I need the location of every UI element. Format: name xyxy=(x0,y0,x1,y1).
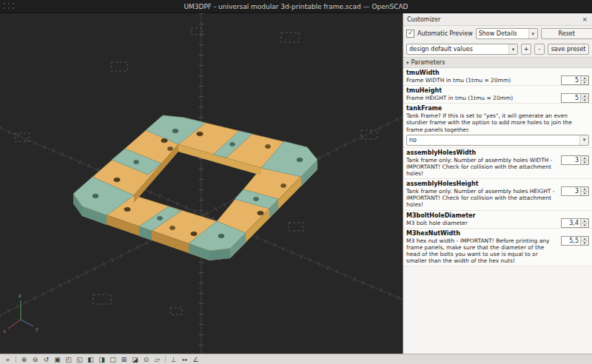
spin-arrows: ▴ ▾ xyxy=(580,94,588,102)
diagonal-view-icon[interactable]: ◪ xyxy=(130,355,141,364)
param-name: tankFrame xyxy=(406,105,589,112)
grid-rulers xyxy=(0,13,403,354)
measure-angle-icon[interactable]: ∠ xyxy=(190,355,201,364)
customizer-title: Customizer xyxy=(407,16,440,23)
param-M3hexNutWidth: M3hexNutWidth M3 hex nut width - IMPORTA… xyxy=(403,229,592,267)
back-view-icon[interactable]: ⊞ xyxy=(118,355,130,364)
spin-value: 3 xyxy=(562,187,580,195)
param-description: Tank Frame? If this is set to "yes", it … xyxy=(406,112,589,132)
customizer-panel: Customizer × ✓ Automatic Preview Show De… xyxy=(403,13,592,354)
zoom-out-icon[interactable]: ⊖ xyxy=(30,355,41,364)
show-details-value: Show Details xyxy=(479,30,517,37)
x-axis-label: x xyxy=(3,328,6,334)
spin-value: 3,4 xyxy=(562,219,580,227)
add-preset-label: + xyxy=(524,46,529,53)
frame-model xyxy=(73,115,317,260)
z-axis-label: z xyxy=(18,293,21,299)
expand-toolbar-icon[interactable]: » xyxy=(2,355,13,364)
spin-arrows: ▴ ▾ xyxy=(580,187,588,195)
M3boltHoleDiameter-spinbox[interactable]: 3,4 ▴ ▾ xyxy=(561,218,589,228)
parameters-list: tmuWidth Frame WIDTH in tmu (1tmu = 20mm… xyxy=(403,68,592,354)
spin-arrows: ▴ ▾ xyxy=(580,237,588,245)
front-view-icon[interactable]: □ xyxy=(107,355,118,364)
parameters-group-header[interactable]: ▾ Parameters xyxy=(403,57,592,68)
param-description: M3 bolt hole diameter xyxy=(406,220,556,226)
M3hexNutWidth-spinbox[interactable]: 5,5 ▴ ▾ xyxy=(561,236,589,246)
reset-button[interactable]: Reset xyxy=(541,28,592,39)
tmuWidth-spinbox[interactable]: 5 ▴ ▾ xyxy=(561,75,589,85)
measure-distance-icon[interactable]: ↔ xyxy=(179,355,190,364)
param-description: M3 hex nut width - IMPORTANT! Before pri… xyxy=(406,237,556,265)
left-view-icon[interactable]: ◧ xyxy=(85,355,96,364)
reset-label: Reset xyxy=(559,30,575,37)
preset-dropdown[interactable]: design default values ▾ xyxy=(406,44,518,55)
titlebar: UM3DPF - universal modular 3d-printable … xyxy=(0,0,592,13)
spin-value: 5 xyxy=(562,94,580,102)
orthogonal-view-icon[interactable]: ⊥ xyxy=(168,355,179,364)
tankFrame-dropdown[interactable]: no ▾ xyxy=(406,135,589,146)
param-description: Frame HEIGHT in tmu (1tmu = 20mm) xyxy=(406,95,556,101)
spin-down-icon[interactable]: ▾ xyxy=(581,81,588,84)
tmuHeight-spinbox[interactable]: 5 ▴ ▾ xyxy=(561,93,589,103)
add-preset-button[interactable]: + xyxy=(521,44,531,55)
automatic-preview-label: Automatic Preview xyxy=(417,30,473,37)
param-tmuHeight: tmuHeight Frame HEIGHT in tmu (1tmu = 20… xyxy=(403,86,592,104)
spin-down-icon[interactable]: ▾ xyxy=(581,98,588,102)
parameters-header-label: Parameters xyxy=(411,59,445,66)
spin-down-icon[interactable]: ▾ xyxy=(581,223,588,227)
chevron-down-icon: ▾ xyxy=(579,135,588,145)
zoom-in-icon[interactable]: ⊕ xyxy=(18,355,30,364)
chevron-down-icon: ▾ xyxy=(508,44,517,54)
center-view-icon[interactable]: ⊙ xyxy=(141,355,152,364)
param-tankFrame: tankFrame Tank Frame? If this is set to … xyxy=(403,104,592,147)
spin-arrows: ▴ ▾ xyxy=(580,76,588,84)
right-view-icon[interactable]: ◨ xyxy=(96,355,107,364)
preset-row: design default values ▾ + - save preset xyxy=(403,41,592,57)
toolbar-separator xyxy=(165,356,166,363)
titlebar-dots-icon xyxy=(4,3,16,10)
spin-down-icon[interactable]: ▾ xyxy=(581,161,588,164)
toolbar-separator xyxy=(16,356,16,363)
dropdown-value: no xyxy=(409,137,417,144)
param-tmuWidth: tmuWidth Frame WIDTH in tmu (1tmu = 20mm… xyxy=(403,68,592,86)
view-all-icon[interactable]: ▣ xyxy=(52,355,63,364)
close-icon[interactable]: × xyxy=(581,16,588,23)
assemblyHolesWidth-spinbox[interactable]: 3 ▴ ▾ xyxy=(561,155,589,165)
param-description: Tank frame only: Number of assembly hole… xyxy=(406,157,556,177)
top-view-icon[interactable]: ◰ xyxy=(63,355,74,364)
chevron-down-icon: ▾ xyxy=(528,29,537,38)
preset-value: design default values xyxy=(409,46,473,53)
view-toolbar: » ⊕ ⊖ ↺ ▣ ◰ ◱ ◧ ◨ □ ⊞ ◪ ⊙ ▱ ⊥ ↔ ∠ xyxy=(0,354,592,364)
param-assemblyHolesWidth: assemblyHolesWidth Tank frame only: Numb… xyxy=(403,148,592,179)
customizer-controls-row: ✓ Automatic Preview Show Details ▾ Reset xyxy=(403,26,592,41)
param-description: Tank frame only: Number of assembly hole… xyxy=(406,188,556,208)
param-M3boltHoleDiameter: M3boltHoleDiameter M3 bolt hole diameter… xyxy=(403,211,592,229)
param-assemblyHolesHeight: assemblyHolesHeight Tank frame only: Num… xyxy=(403,179,592,210)
remove-preset-label: - xyxy=(539,46,541,53)
show-details-dropdown[interactable]: Show Details ▾ xyxy=(476,28,538,39)
save-preset-label: save preset xyxy=(551,46,586,53)
spin-down-icon[interactable]: ▾ xyxy=(581,241,588,245)
save-preset-button[interactable]: save preset xyxy=(548,44,589,55)
spin-arrows: ▴ ▾ xyxy=(580,156,588,164)
window-title: UM3DPF - universal modular 3d-printable … xyxy=(184,3,408,10)
check-icon: ✓ xyxy=(408,30,413,36)
y-axis-label: y xyxy=(36,326,38,332)
reset-view-icon[interactable]: ↺ xyxy=(41,355,52,364)
param-description: Frame WIDTH in tmu (1tmu = 20mm) xyxy=(406,77,556,84)
automatic-preview-checkbox[interactable]: ✓ xyxy=(406,30,414,38)
spin-value: 5 xyxy=(562,76,580,84)
remove-preset-button[interactable]: - xyxy=(534,44,545,55)
collapse-icon: ▾ xyxy=(406,60,409,66)
perspective-view-icon[interactable]: ▱ xyxy=(152,355,163,364)
3d-viewport[interactable]: z x y xyxy=(0,13,403,354)
dashed-markers xyxy=(15,28,377,314)
spin-value: 5,5 xyxy=(562,237,580,245)
spin-arrows: ▴ ▾ xyxy=(580,219,588,227)
spin-value: 3 xyxy=(562,156,580,164)
bottom-view-icon[interactable]: ◱ xyxy=(74,355,85,364)
spin-down-icon[interactable]: ▾ xyxy=(581,192,588,195)
assemblyHolesHeight-spinbox[interactable]: 3 ▴ ▾ xyxy=(561,186,589,196)
customizer-header: Customizer × xyxy=(403,13,592,26)
